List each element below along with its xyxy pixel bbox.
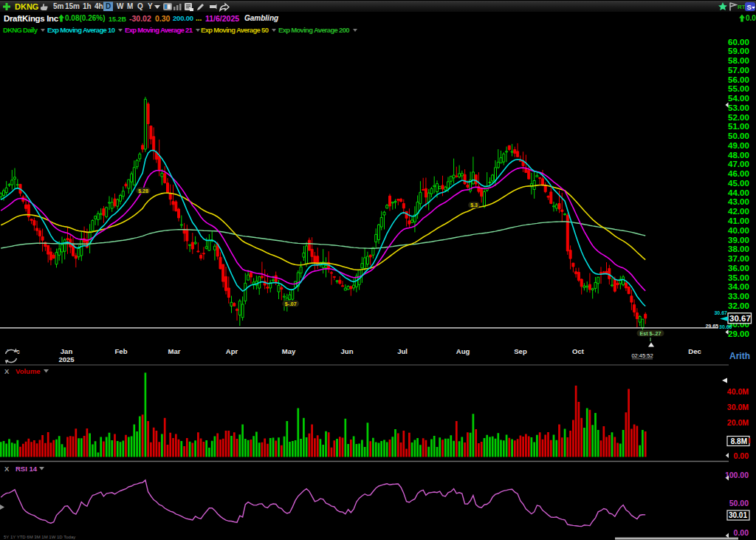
svg-text:5Y 1Y YTD 6M 3M: 5Y 1Y YTD 6M 3M 1M 1W 1D Today [4,535,75,539]
svg-text:50.00: 50.00 [729,499,749,507]
svg-text:X: X [4,465,10,473]
svg-text:45.00: 45.00 [728,179,749,188]
svg-text:30.67: 30.67 [729,314,751,323]
svg-text:30.66: 30.66 [719,324,732,329]
svg-text:40.00: 40.00 [728,226,749,235]
svg-text:8.8M: 8.8M [731,437,747,445]
svg-text:44.00: 44.00 [728,188,749,197]
svg-text:Jan: Jan [61,347,73,355]
svg-text:Volume: Volume [16,367,41,375]
svg-text:Jul: Jul [397,347,408,355]
svg-text:59.00: 59.00 [728,47,749,55]
svg-text:Feb: Feb [115,347,128,355]
svg-text:X: X [4,367,10,375]
svg-text:60.00: 60.00 [728,38,749,47]
svg-text:33.00: 33.00 [728,292,749,301]
svg-text:41.00: 41.00 [728,216,749,225]
svg-text:56.00: 56.00 [728,75,749,84]
svg-text:34.00: 34.00 [728,282,749,291]
svg-text:S: S [747,3,752,11]
svg-text:20.0M: 20.0M [727,418,749,427]
svg-text:$.28: $.28 [138,188,148,194]
svg-text:54.00: 54.00 [728,94,749,103]
svg-text:30.0M: 30.0M [727,403,749,411]
svg-text:35.00: 35.00 [728,273,749,282]
svg-text:30.01: 30.01 [729,511,747,519]
svg-text:38.00: 38.00 [728,245,749,253]
svg-text:51.00: 51.00 [728,122,749,131]
svg-text:Apr: Apr [226,347,238,355]
svg-text:43.00: 43.00 [728,197,749,206]
svg-text:30.67: 30.67 [714,310,727,315]
svg-text:$.3: $.3 [470,202,478,208]
svg-text:47.00: 47.00 [728,160,749,168]
svg-text:0.00: 0.00 [734,451,749,460]
svg-text:May: May [282,347,296,355]
svg-text:Oct: Oct [572,347,585,355]
svg-text:36.00: 36.00 [728,264,749,273]
svg-text:50.00: 50.00 [728,131,749,140]
svg-text:Sep: Sep [514,347,527,355]
svg-text:39.00: 39.00 [728,236,749,245]
svg-text:29.65: 29.65 [705,324,718,329]
svg-text:48.00: 48.00 [728,151,749,160]
svg-text:Arith: Arith [729,351,750,361]
svg-text:Dec: Dec [688,347,701,355]
svg-text:RSI 14: RSI 14 [16,465,38,473]
svg-text:RT: RT [738,4,746,10]
svg-text:02:45:52: 02:45:52 [631,352,653,359]
svg-text:32.00: 32.00 [728,301,749,310]
svg-text:2025: 2025 [58,355,75,363]
svg-text:37.00: 37.00 [728,254,749,263]
svg-text:Est $-.27: Est $-.27 [640,331,662,337]
svg-text:49.00: 49.00 [728,141,749,150]
svg-text:Mar: Mar [168,347,181,355]
svg-text:42.00: 42.00 [728,207,749,216]
svg-text:58.00: 58.00 [728,56,749,65]
svg-text:Jun: Jun [341,347,354,355]
svg-text:52.00: 52.00 [728,113,749,122]
svg-text:40.0M: 40.0M [727,387,749,396]
svg-text:57.00: 57.00 [728,66,749,75]
svg-text:53.00: 53.00 [728,103,749,112]
svg-text:55.00: 55.00 [728,84,749,93]
svg-text:46.00: 46.00 [728,169,749,178]
svg-text:$-.07: $-.07 [285,301,297,307]
svg-text:Aug: Aug [456,347,470,355]
svg-text:29.00: 29.00 [728,329,749,338]
svg-text:0.00: 0.00 [734,528,749,537]
